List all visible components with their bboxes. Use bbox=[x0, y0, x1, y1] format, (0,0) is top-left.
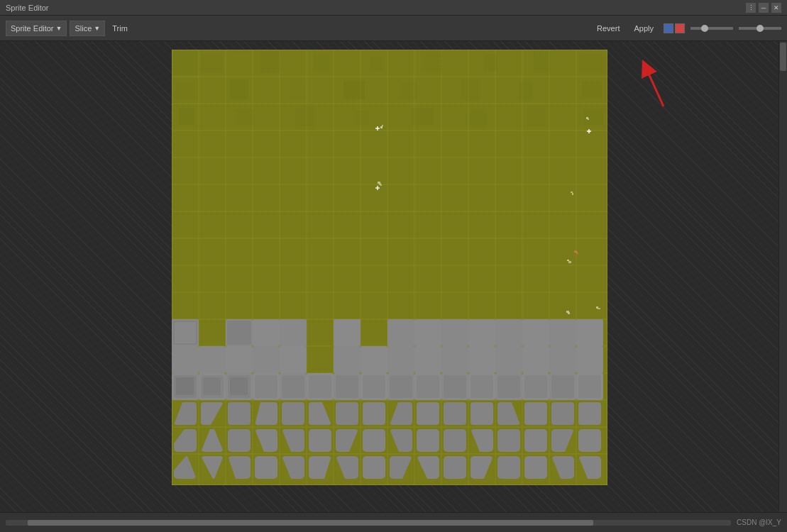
svg-rect-41 bbox=[232, 55, 250, 71]
svg-rect-84 bbox=[576, 252, 578, 253]
svg-rect-108 bbox=[227, 321, 251, 345]
svg-rect-134 bbox=[576, 346, 603, 373]
svg-rect-214 bbox=[497, 429, 520, 452]
svg-rect-215 bbox=[524, 429, 547, 452]
svg-rect-170 bbox=[551, 375, 574, 398]
svg-rect-51 bbox=[289, 84, 304, 99]
svg-rect-160 bbox=[282, 375, 304, 398]
svg-rect-161 bbox=[309, 375, 331, 398]
svg-rect-116 bbox=[495, 319, 522, 346]
svg-rect-207 bbox=[363, 429, 385, 452]
svg-rect-204 bbox=[309, 429, 331, 452]
horizontal-scroll-thumb[interactable] bbox=[28, 520, 593, 526]
svg-rect-118 bbox=[549, 319, 576, 346]
svg-rect-111 bbox=[334, 319, 361, 346]
svg-rect-168 bbox=[497, 375, 520, 398]
svg-rect-53 bbox=[400, 82, 417, 99]
svg-rect-179 bbox=[282, 402, 304, 425]
close-button[interactable]: ✕ bbox=[771, 3, 781, 13]
svg-rect-44 bbox=[370, 57, 383, 71]
svg-rect-81 bbox=[571, 192, 573, 193]
svg-rect-60 bbox=[355, 111, 369, 125]
status-right-text: CSDN @IX_Y bbox=[737, 519, 781, 526]
apply-button[interactable]: Apply bbox=[629, 23, 658, 34]
svg-rect-128 bbox=[414, 346, 441, 373]
svg-rect-130 bbox=[468, 346, 495, 373]
status-bar: CSDN @IX_Y bbox=[0, 512, 787, 532]
svg-rect-106 bbox=[175, 322, 196, 343]
svg-rect-43 bbox=[314, 54, 329, 72]
menu-button[interactable]: ⋮ bbox=[746, 3, 756, 13]
svg-rect-76 bbox=[380, 184, 382, 186]
title-bar-title: Sprite Editor bbox=[6, 4, 49, 12]
svg-rect-124 bbox=[280, 346, 307, 373]
sprite-editor-dropdown[interactable]: Sprite Editor ▼ bbox=[6, 21, 67, 36]
svg-rect-119 bbox=[576, 319, 603, 346]
svg-rect-40 bbox=[202, 53, 223, 73]
svg-rect-211 bbox=[444, 429, 466, 452]
slider-container-2 bbox=[739, 27, 781, 30]
minimize-button[interactable]: ─ bbox=[759, 3, 769, 13]
svg-rect-159 bbox=[255, 375, 277, 398]
toolbar: Sprite Editor ▼ Slice ▼ Trim Revert Appl… bbox=[0, 16, 787, 41]
svg-rect-101 bbox=[598, 308, 600, 309]
svg-rect-133 bbox=[549, 346, 576, 373]
svg-rect-61 bbox=[412, 108, 433, 125]
svg-rect-112 bbox=[387, 319, 414, 346]
slider-1[interactable] bbox=[690, 27, 733, 30]
slider-2[interactable] bbox=[739, 27, 781, 30]
svg-rect-188 bbox=[470, 402, 493, 425]
svg-rect-45 bbox=[424, 52, 442, 72]
svg-rect-165 bbox=[417, 375, 439, 398]
slider-container-1 bbox=[690, 27, 733, 30]
svg-rect-109 bbox=[253, 319, 280, 346]
svg-rect-46 bbox=[484, 55, 498, 72]
svg-rect-227 bbox=[255, 456, 277, 479]
svg-rect-169 bbox=[524, 375, 547, 398]
svg-rect-63 bbox=[527, 106, 545, 126]
svg-rect-192 bbox=[551, 402, 574, 425]
svg-rect-85 bbox=[577, 253, 578, 255]
svg-rect-82 bbox=[572, 193, 573, 195]
svg-rect-123 bbox=[253, 346, 280, 373]
svg-rect-65 bbox=[380, 126, 383, 128]
revert-button[interactable]: Revert bbox=[593, 23, 624, 34]
svg-rect-57 bbox=[179, 108, 194, 125]
svg-rect-103 bbox=[568, 312, 570, 314]
svg-rect-68 bbox=[588, 118, 589, 120]
svg-rect-171 bbox=[578, 375, 601, 398]
svg-rect-167 bbox=[470, 375, 493, 398]
svg-rect-59 bbox=[296, 106, 316, 126]
svg-rect-125 bbox=[334, 346, 361, 373]
svg-rect-50 bbox=[230, 79, 248, 99]
vertical-scrollbar[interactable] bbox=[778, 41, 787, 512]
title-bar: Sprite Editor ⋮ ─ ✕ bbox=[0, 0, 787, 16]
svg-rect-218 bbox=[578, 429, 601, 452]
svg-rect-48 bbox=[580, 54, 602, 72]
slice-dropdown[interactable]: Slice ▼ bbox=[70, 21, 105, 36]
horizontal-scrollbar[interactable] bbox=[6, 520, 731, 526]
svg-rect-126 bbox=[361, 346, 387, 373]
svg-rect-182 bbox=[336, 402, 358, 425]
svg-rect-39 bbox=[173, 51, 197, 75]
color-btn-blue[interactable] bbox=[664, 23, 673, 33]
svg-rect-193 bbox=[578, 402, 601, 425]
sprite-sheet[interactable] bbox=[172, 50, 607, 485]
svg-rect-42 bbox=[260, 52, 280, 73]
svg-rect-52 bbox=[343, 81, 365, 99]
svg-rect-176 bbox=[228, 402, 251, 425]
svg-rect-90 bbox=[568, 261, 571, 263]
svg-rect-129 bbox=[441, 346, 468, 373]
scrollbar-thumb[interactable] bbox=[780, 43, 786, 71]
color-buttons bbox=[664, 23, 685, 33]
toolbar-right: Revert Apply bbox=[593, 23, 781, 34]
svg-rect-121 bbox=[199, 346, 226, 373]
svg-rect-166 bbox=[444, 375, 466, 398]
svg-rect-210 bbox=[417, 429, 439, 452]
svg-rect-234 bbox=[363, 456, 385, 479]
trim-button[interactable]: Trim bbox=[108, 23, 132, 34]
color-btn-red[interactable] bbox=[675, 23, 685, 33]
svg-rect-122 bbox=[226, 346, 253, 373]
svg-rect-131 bbox=[495, 346, 522, 373]
svg-rect-183 bbox=[363, 402, 385, 425]
